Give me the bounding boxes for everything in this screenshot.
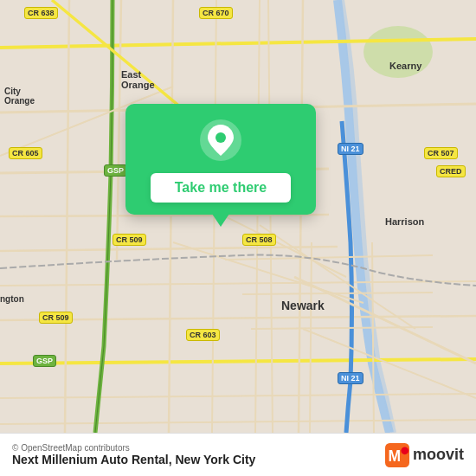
road-badge-gsp1: GSP: [104, 164, 127, 177]
road-badge-cr508: CR 508: [242, 234, 276, 246]
take-me-there-button[interactable]: Take me there: [151, 173, 291, 203]
road-badge-cr638: CR 638: [24, 7, 58, 19]
road-badge-cr509a: CR 509: [113, 234, 146, 246]
road-badge-ni21b: NI 21: [338, 372, 363, 384]
location-name: Next Millenium Auto Rental, New York Cit…: [12, 453, 255, 466]
map-svg: [0, 0, 476, 433]
location-pin-icon-wrapper: [200, 119, 241, 161]
road-badge-cr507: CR 507: [424, 147, 458, 159]
location-pin-icon: [208, 125, 234, 156]
road-badge-cr603: CR 603: [186, 329, 220, 341]
moovit-text: moovit: [413, 446, 464, 464]
map-container: CR 638 CR 670 CR 605 CR 507 CR 509 CR 50…: [0, 0, 476, 433]
svg-text:M: M: [388, 447, 401, 465]
moovit-icon-svg: M: [385, 443, 409, 467]
road-badge-cr605: CR 605: [9, 147, 42, 159]
popup-card: Take me there: [125, 104, 316, 215]
road-badge-gsp2: GSP: [33, 355, 56, 367]
bottom-bar-left: © OpenStreetMap contributors Next Millen…: [12, 443, 255, 466]
road-badge-cred: CRED: [436, 165, 466, 177]
bottom-bar: © OpenStreetMap contributors Next Millen…: [0, 433, 476, 476]
moovit-logo: M moovit: [385, 443, 464, 467]
road-badge-cr509b: CR 509: [39, 312, 73, 324]
road-badge-cr670: CR 670: [199, 7, 233, 19]
svg-point-1: [363, 26, 433, 78]
svg-point-34: [401, 447, 408, 454]
road-badge-ni21a: NI 21: [338, 143, 363, 155]
svg-point-31: [215, 132, 226, 143]
osm-attribution: © OpenStreetMap contributors: [12, 443, 255, 453]
